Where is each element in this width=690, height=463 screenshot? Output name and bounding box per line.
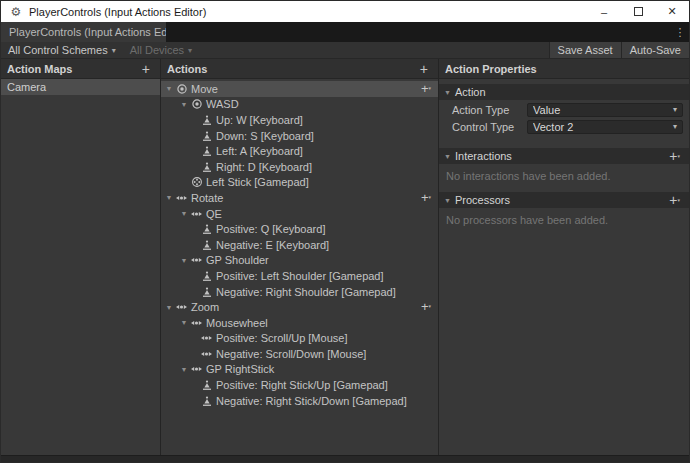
tree-row-label: GP RightStick	[206, 363, 274, 375]
properties-header: Action Properties	[439, 59, 689, 79]
actions-tree: ▼Move+▾▼WASDUp: W [Keyboard]Down: S [Key…	[161, 79, 438, 408]
interactions-section-header[interactable]: ▼ Interactions +▾	[439, 148, 689, 164]
tree-row-label: Mousewheel	[206, 317, 268, 329]
action-maps-list: Camera	[1, 79, 160, 95]
foldout-arrow-icon[interactable]: ▼	[178, 257, 190, 264]
control-schemes-label: All Control Schemes	[8, 44, 108, 56]
tab-playercontrols[interactable]: PlayerControls (Input Actions Edi...	[1, 22, 166, 42]
axis-icon	[175, 301, 188, 313]
control-type-dropdown[interactable]: Vector 2 ▾	[527, 120, 683, 134]
tree-row[interactable]: ▼WASD	[161, 97, 438, 113]
tree-row[interactable]: ▼Mousewheel	[161, 315, 438, 331]
chevron-down-icon: ▾	[673, 105, 677, 114]
keyboard-icon	[200, 114, 213, 126]
control-schemes-dropdown[interactable]: All Control Schemes ▾	[1, 42, 123, 58]
action-maps-header: Action Maps +	[1, 59, 160, 79]
tree-row-label: Negative: Scroll/Down [Mouse]	[216, 348, 366, 360]
tree-row-label: Rotate	[191, 192, 223, 204]
axis-icon	[190, 317, 203, 329]
keyboard-icon	[200, 379, 213, 391]
tree-row[interactable]: ▼Rotate+▾	[161, 190, 438, 206]
tree-row[interactable]: Positive: Scroll/Up [Mouse]	[161, 331, 438, 347]
tree-row-label: WASD	[206, 98, 239, 110]
tree-row[interactable]: Up: W [Keyboard]	[161, 112, 438, 128]
foldout-arrow-icon[interactable]: ▼	[178, 366, 190, 373]
action-type-dropdown[interactable]: Value ▾	[527, 103, 683, 117]
tree-row[interactable]: ▼Zoom+▾	[161, 299, 438, 315]
add-binding-button[interactable]: +▾	[421, 82, 431, 95]
foldout-arrow-icon: ▼	[444, 153, 455, 160]
foldout-arrow-icon[interactable]: ▼	[163, 194, 175, 201]
foldout-arrow-icon[interactable]: ▼	[178, 101, 190, 108]
action-maps-pane: Action Maps + Camera	[1, 59, 161, 455]
tree-row-label: Negative: E [Keyboard]	[216, 239, 329, 251]
add-binding-button[interactable]: +▾	[421, 191, 431, 204]
window-controls: – ✕	[587, 1, 689, 22]
section-gap	[439, 136, 689, 148]
tree-row[interactable]: Positive: Right Stick/Up [Gamepad]	[161, 377, 438, 393]
tree-row[interactable]: ▼GP RightStick	[161, 362, 438, 378]
foldout-arrow-icon[interactable]: ▼	[178, 210, 190, 217]
gamepad-icon	[190, 176, 203, 188]
tree-row[interactable]: ▼GP Shoulder	[161, 253, 438, 269]
titlebar: ⚙ PlayerControls (Input Actions Editor) …	[1, 1, 689, 22]
tree-row-label: Negative: Right Shoulder [Gamepad]	[216, 286, 396, 298]
add-interaction-button[interactable]: +▾	[665, 149, 684, 163]
save-asset-button[interactable]: Save Asset	[549, 42, 621, 58]
maximize-icon	[634, 7, 643, 16]
toolbar-spacer	[199, 42, 548, 58]
tree-row-label: GP Shoulder	[206, 254, 269, 266]
add-action-button[interactable]: +	[416, 62, 432, 76]
keyboard-icon	[200, 395, 213, 407]
action-type-value: Value	[533, 104, 673, 116]
tree-row[interactable]: Positive: Left Shoulder [Gamepad]	[161, 268, 438, 284]
action-map-label: Camera	[7, 81, 46, 93]
tree-row[interactable]: Negative: Right Shoulder [Gamepad]	[161, 284, 438, 300]
add-action-map-button[interactable]: +	[138, 62, 154, 76]
tree-row[interactable]: Left Stick [Gamepad]	[161, 175, 438, 191]
tree-row-label: Left Stick [Gamepad]	[206, 176, 309, 188]
tree-row-label: Move	[191, 83, 218, 95]
keyboard-icon	[200, 270, 213, 282]
tree-row[interactable]: ▼Move+▾	[161, 81, 438, 97]
axis-icon	[190, 208, 203, 220]
tree-row[interactable]: ▼QE	[161, 206, 438, 222]
add-processor-button[interactable]: +▾	[665, 193, 684, 207]
auto-save-toggle[interactable]: Auto-Save	[621, 42, 689, 58]
action-section-header[interactable]: ▼ Action	[439, 84, 689, 100]
foldout-arrow-icon[interactable]: ▼	[178, 319, 190, 326]
tree-row-label: Up: W [Keyboard]	[216, 114, 303, 126]
maximize-button[interactable]	[621, 1, 655, 22]
close-button[interactable]: ✕	[655, 1, 689, 22]
tree-row[interactable]: Negative: E [Keyboard]	[161, 237, 438, 253]
foldout-arrow-icon[interactable]: ▼	[163, 304, 175, 311]
processors-section-header[interactable]: ▼ Processors +▾	[439, 192, 689, 208]
tree-row[interactable]: Right: D [Keyboard]	[161, 159, 438, 175]
input-actions-editor-window: ⚙ PlayerControls (Input Actions Editor) …	[0, 0, 690, 463]
tab-overflow-menu-icon[interactable]: ⋮	[671, 22, 689, 42]
tree-row[interactable]: Left: A [Keyboard]	[161, 143, 438, 159]
tree-row[interactable]: Negative: Scroll/Down [Mouse]	[161, 346, 438, 362]
keyboard-icon	[200, 286, 213, 298]
keyboard-icon	[200, 130, 213, 142]
keyboard-icon	[200, 223, 213, 235]
action-section-title: Action	[455, 86, 684, 98]
axis-icon	[190, 363, 203, 375]
tree-row[interactable]: Positive: Q [Keyboard]	[161, 221, 438, 237]
processors-section-title: Processors	[455, 194, 665, 206]
tree-row-label: Positive: Q [Keyboard]	[216, 223, 325, 235]
tree-row[interactable]: Down: S [Keyboard]	[161, 128, 438, 144]
axis-icon	[190, 254, 203, 266]
chevron-down-icon: ▾	[188, 46, 192, 55]
chevron-down-icon: ▾	[673, 122, 677, 131]
minimize-button[interactable]: –	[587, 1, 621, 22]
action-icon	[190, 98, 203, 110]
interactions-section-title: Interactions	[455, 150, 665, 162]
unity-app-icon: ⚙	[9, 5, 23, 19]
foldout-arrow-icon[interactable]: ▼	[163, 85, 175, 92]
actions-pane: Actions + ▼Move+▾▼WASDUp: W [Keyboard]Do…	[161, 59, 439, 455]
actions-header: Actions +	[161, 59, 438, 79]
action-map-item[interactable]: Camera	[1, 79, 160, 95]
tree-row[interactable]: Negative: Right Stick/Down [Gamepad]	[161, 393, 438, 409]
add-binding-button[interactable]: +▾	[421, 300, 431, 313]
